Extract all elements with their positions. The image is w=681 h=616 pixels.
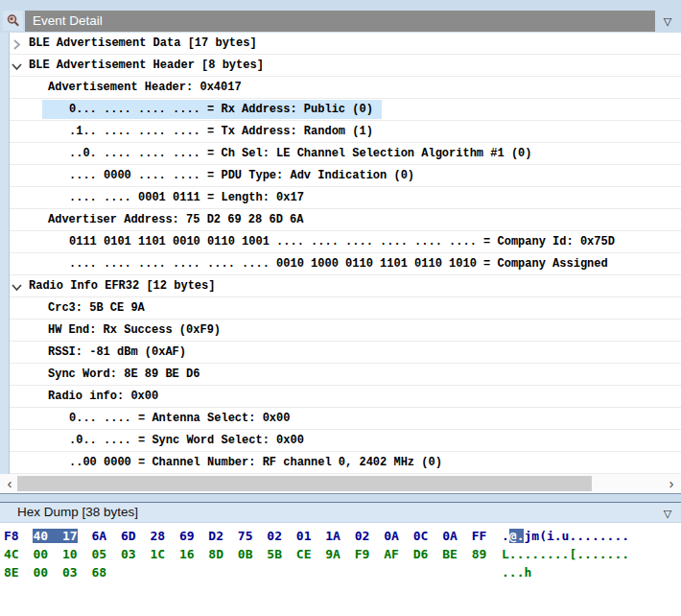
event-detail-collapse-button[interactable]: ▽ — [656, 11, 679, 32]
hex-bytes[interactable]: F8 40 17 6A 6D 28 69 D2 75 02 01 1A 02 0… — [4, 527, 486, 545]
tree-row-label: .... 0000 .... .... = PDU Type: Adv Indi… — [69, 169, 414, 182]
tree-row[interactable]: BLE Advertisement Data [17 bytes] — [0, 33, 681, 55]
hex-dump-row[interactable]: 4C 00 10 05 03 1C 16 8D 0B 5B CE 9A F9 A… — [0, 545, 681, 563]
tree-row[interactable]: Advertisement Header: 0x4017 — [0, 77, 681, 99]
tree-row-label: ..00 0000 = Channel Number: RF channel 0… — [69, 456, 442, 469]
hex-bytes[interactable]: 4C 00 10 05 03 1C 16 8D 0B 5B CE 9A F9 A… — [4, 545, 486, 563]
packet-analyzer-window: { "event_detail": { "title": "Event Deta… — [0, 0, 681, 616]
tree-row[interactable]: Radio Info EFR32 [12 bytes] — [0, 275, 681, 297]
tree-row-label: HW End: Rx Success (0xF9) — [48, 323, 221, 337]
tree-row-label: ..0. .... .... .... = Ch Sel: LE Channel… — [69, 147, 531, 160]
tree-row[interactable]: .... .... .... .... .... .... 0010 1000 … — [0, 253, 681, 275]
triangle-down-icon: ▽ — [664, 508, 671, 519]
tree-row-label: Advertisement Header: 0x4017 — [48, 81, 242, 94]
tree-row[interactable]: .... 0000 .... .... = PDU Type: Adv Indi… — [0, 165, 681, 187]
tree-row-label: Radio info: 0x00 — [48, 390, 158, 403]
tree-row[interactable]: RSSI: -81 dBm (0xAF) — [0, 342, 681, 364]
magnifier-icon — [3, 11, 23, 31]
tree-row[interactable]: 0... .... .... .... = Rx Address: Public… — [0, 99, 681, 121]
ascii-bytes[interactable]: L........[....... — [502, 545, 629, 563]
hex-dump-panel: F8 40 17 6A 6D 28 69 D2 75 02 01 1A 02 0… — [0, 523, 681, 616]
tree-row-label: Sync Word: 8E 89 BE D6 — [48, 367, 200, 381]
tree-left-gutter — [0, 33, 10, 474]
hex-dump-row[interactable]: 8E 00 03 68...h — [0, 563, 681, 581]
horizontal-scrollbar[interactable]: ‹ › — [0, 474, 681, 494]
chevron-down-icon[interactable] — [11, 59, 23, 72]
tree-row-label: .... .... 0001 0111 = Length: 0x17 — [69, 191, 304, 204]
selected-bytes[interactable]: @. — [509, 529, 525, 543]
chevron-down-icon[interactable] — [11, 280, 23, 293]
chevron-right-icon[interactable] — [11, 37, 23, 50]
tree-row-label: .1.. .... .... .... = Tx Address: Random… — [69, 125, 373, 138]
triangle-down-icon: ▽ — [664, 15, 671, 27]
tree-row-label: 0111 0101 1101 0010 0110 1001 .... .... … — [69, 235, 615, 249]
tree-row-label: .... .... .... .... .... .... 0010 1000 … — [69, 257, 608, 271]
hex-dump-collapse-button[interactable]: ▽ — [656, 503, 679, 524]
tree-row-label: 0... .... = Antenna Select: 0x00 — [69, 412, 290, 425]
tree-row[interactable]: Advertiser Address: 75 D2 69 28 6D 6A — [0, 209, 681, 231]
tree-row-label: Radio Info EFR32 [12 bytes] — [29, 279, 215, 293]
tree-row[interactable]: BLE Advertisement Header [8 bytes] — [0, 55, 681, 77]
tree-row-label: 0... .... .... .... = Rx Address: Public… — [42, 100, 382, 119]
event-detail-rows: BLE Advertisement Data [17 bytes]BLE Adv… — [0, 33, 681, 474]
tree-row[interactable]: .... .... 0001 0111 = Length: 0x17 — [0, 187, 681, 209]
tree-row[interactable]: .0.. .... = Sync Word Select: 0x00 — [0, 430, 681, 452]
tree-row[interactable]: .1.. .... .... .... = Tx Address: Random… — [0, 121, 681, 143]
hex-dump-row[interactable]: F8 40 17 6A 6D 28 69 D2 75 02 01 1A 02 0… — [0, 527, 681, 545]
scrollbar-right-arrow[interactable]: › — [664, 474, 679, 493]
selected-bytes[interactable]: 40 17 — [33, 529, 77, 543]
tree-row-label: RSSI: -81 dBm (0xAF) — [48, 345, 186, 359]
hex-dump-title: Hex Dump [38 bytes] — [17, 505, 138, 519]
tree-row[interactable]: Crc3: 5B CE 9A — [0, 297, 681, 320]
hex-bytes[interactable]: 8E 00 03 68 — [4, 563, 106, 581]
tree-row[interactable]: ..0. .... .... .... = Ch Sel: LE Channel… — [0, 143, 681, 165]
scrollbar-left-arrow[interactable]: ‹ — [2, 474, 17, 493]
event-detail-panel: BLE Advertisement Data [17 bytes]BLE Adv… — [0, 33, 681, 474]
event-detail-header[interactable]: Event Detail — [25, 11, 655, 32]
ascii-bytes[interactable]: .@.jm(i.u........ — [502, 527, 629, 545]
tree-row-label: BLE Advertisement Header [8 bytes] — [29, 59, 264, 72]
ascii-bytes[interactable]: ...h — [502, 563, 531, 581]
tree-row[interactable]: ..00 0000 = Channel Number: RF channel 0… — [0, 452, 681, 474]
tree-row-label: Crc3: 5B CE 9A — [48, 301, 145, 315]
tree-row-label: BLE Advertisement Data [17 bytes] — [29, 36, 257, 50]
tree-row[interactable]: HW End: Rx Success (0xF9) — [0, 320, 681, 342]
hex-dump-header[interactable]: Hex Dump [38 bytes] — [0, 502, 681, 523]
tree-row[interactable]: 0... .... = Antenna Select: 0x00 — [0, 408, 681, 430]
scrollbar-thumb[interactable] — [17, 476, 592, 491]
tree-row-label: Advertiser Address: 75 D2 69 28 6D 6A — [48, 213, 303, 226]
tree-row[interactable]: 0111 0101 1101 0010 0110 1001 .... .... … — [0, 231, 681, 253]
tree-row[interactable]: Sync Word: 8E 89 BE D6 — [0, 364, 681, 386]
event-detail-title: Event Detail — [33, 13, 103, 28]
tree-row[interactable]: Radio info: 0x00 — [0, 386, 681, 408]
tree-row-label: .0.. .... = Sync Word Select: 0x00 — [69, 434, 304, 447]
